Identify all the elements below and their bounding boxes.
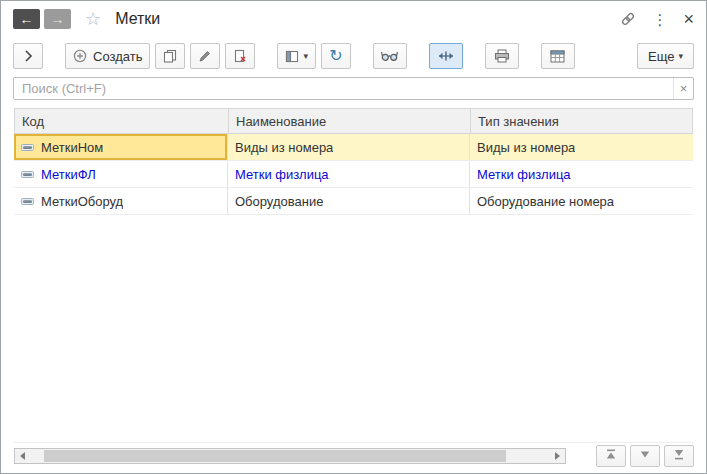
- forward-arrow-icon: →: [51, 11, 65, 27]
- column-header-name[interactable]: Наименование: [229, 109, 471, 133]
- print-button[interactable]: [485, 43, 519, 69]
- go-to-top-button[interactable]: [596, 445, 626, 467]
- table-row[interactable]: МеткиФЛ Метки физлица Метки физлица: [14, 161, 693, 188]
- find-button[interactable]: [373, 43, 407, 69]
- create-button[interactable]: Создать: [65, 43, 150, 69]
- more-button[interactable]: Еще ▾: [637, 43, 694, 69]
- create-button-label: Создать: [93, 49, 142, 64]
- catalog-item-icon: [21, 142, 34, 153]
- catalog-item-icon: [21, 196, 34, 207]
- page-title: Метки: [115, 10, 160, 28]
- catalog-item-icon: [21, 169, 34, 180]
- command-bar: Создать: [1, 37, 706, 75]
- chevron-down-icon: ▾: [678, 52, 683, 61]
- scrollbar-thumb[interactable]: [44, 450, 506, 462]
- search-row: ×: [1, 75, 706, 106]
- edit-button[interactable]: [190, 43, 220, 69]
- row-type: Виды из номера: [477, 140, 575, 155]
- refresh-icon: ↻: [329, 48, 342, 64]
- printer-icon: [494, 49, 510, 63]
- close-icon[interactable]: ×: [683, 10, 694, 28]
- arrow-to-top-icon: [604, 448, 618, 464]
- list-table: Код Наименование Тип значения МеткиНом В…: [14, 108, 693, 443]
- refresh-button[interactable]: ↻: [321, 43, 351, 69]
- row-type: Оборудование номера: [477, 194, 614, 209]
- row-name: Оборудование: [235, 194, 323, 209]
- mark-deletion-button[interactable]: [225, 43, 255, 69]
- arrow-to-bottom-icon: [672, 448, 686, 464]
- row-name: Виды из номера: [235, 140, 333, 155]
- scroll-down-button[interactable]: [630, 445, 660, 467]
- table-header: Код Наименование Тип значения: [14, 108, 693, 134]
- horizontal-scrollbar[interactable]: [14, 448, 566, 464]
- list-settings-icon: [285, 50, 299, 63]
- plus-circle-icon: [73, 49, 87, 63]
- table-grid-icon: [550, 50, 565, 63]
- search-clear-button[interactable]: ×: [673, 78, 693, 99]
- bottom-bar: [1, 443, 706, 473]
- titlebar: ← → ☆ Метки ⋮ ×: [1, 1, 706, 37]
- row-name: Метки физлица: [235, 167, 329, 182]
- copy-icon: [163, 49, 177, 63]
- favorite-star-icon[interactable]: ☆: [85, 10, 101, 28]
- horizontal-arrows-icon: [438, 50, 454, 62]
- table-body: МеткиНом Виды из номера Виды из номера М…: [14, 134, 693, 443]
- arrow-down-icon: [638, 448, 652, 464]
- column-header-type[interactable]: Тип значения: [471, 109, 692, 133]
- expand-panel-button[interactable]: [13, 43, 43, 69]
- view-mode-button[interactable]: ▾: [277, 43, 316, 69]
- row-code: МеткиНом: [41, 140, 103, 155]
- scrollbar-track[interactable]: [30, 449, 550, 463]
- delete-document-icon: [233, 49, 247, 63]
- row-code: МеткиОборуд: [41, 194, 123, 209]
- chevron-down-icon: ▾: [303, 52, 308, 61]
- scroll-left-arrow-icon[interactable]: [15, 449, 30, 463]
- clear-x-icon: ×: [680, 81, 688, 96]
- row-code: МеткиФЛ: [41, 167, 96, 182]
- kebab-menu-icon[interactable]: ⋮: [652, 12, 667, 27]
- table-row[interactable]: МеткиОборуд Оборудование Оборудование но…: [14, 188, 693, 215]
- copy-button[interactable]: [155, 43, 185, 69]
- fit-width-toggle-button[interactable]: [429, 43, 463, 69]
- more-button-label: Еще: [648, 49, 674, 64]
- link-icon[interactable]: [620, 11, 636, 27]
- table-row[interactable]: МеткиНом Виды из номера Виды из номера: [14, 134, 693, 161]
- pencil-icon: [198, 49, 212, 63]
- scroll-right-arrow-icon[interactable]: [550, 449, 565, 463]
- forward-button[interactable]: →: [44, 9, 71, 29]
- go-to-bottom-button[interactable]: [664, 445, 694, 467]
- back-arrow-icon: ←: [20, 11, 34, 27]
- search-input[interactable]: [14, 78, 673, 99]
- glasses-icon: [381, 50, 398, 62]
- column-header-code[interactable]: Код: [15, 109, 229, 133]
- window: ← → ☆ Метки ⋮ ×: [0, 0, 707, 474]
- row-type: Метки физлица: [477, 167, 571, 182]
- output-list-button[interactable]: [541, 43, 575, 69]
- back-button[interactable]: ←: [13, 9, 40, 29]
